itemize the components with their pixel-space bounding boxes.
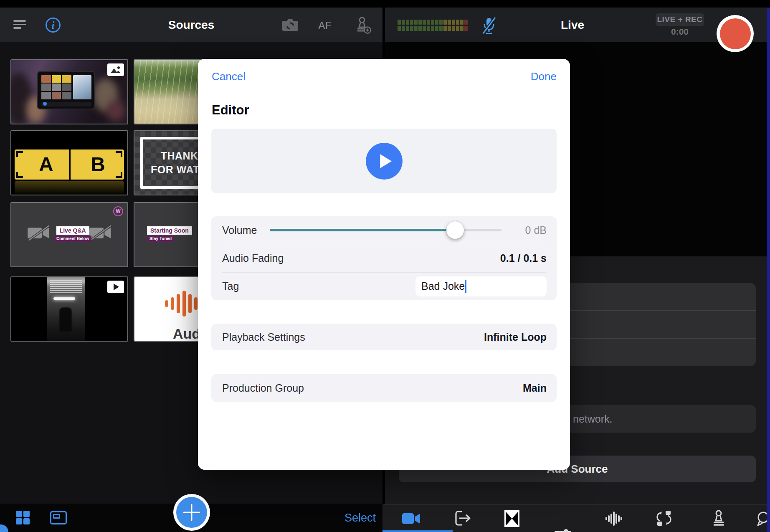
- playback-settings-label: Playback Settings: [222, 331, 305, 343]
- media-preview: [211, 129, 557, 193]
- audio-fading-label: Audio Fading: [222, 252, 284, 264]
- active-tab-indicator: [382, 530, 453, 532]
- grid-view-icon[interactable]: [16, 511, 30, 524]
- qa-title-chip: Live Q&A: [56, 226, 89, 235]
- production-group-value: Main: [523, 382, 547, 394]
- slider-knob[interactable]: [446, 221, 464, 239]
- volume-slider[interactable]: [270, 221, 502, 239]
- done-button[interactable]: Done: [531, 70, 557, 83]
- audio-settings-group: Volume 0 dB Audio Fading 0.1 / 0.1 s Tag…: [211, 216, 557, 300]
- live-title: Live: [561, 18, 584, 32]
- soon-title-chip: Starting Soon: [147, 226, 192, 235]
- select-button[interactable]: Select: [322, 512, 376, 524]
- volume-row: Volume 0 dB: [222, 216, 547, 244]
- audio-fading-row[interactable]: Audio Fading 0.1 / 0.1 s: [222, 244, 547, 272]
- network-text: network.: [573, 413, 612, 425]
- source-thumb-concert-video[interactable]: [10, 276, 128, 342]
- mic-muted-icon[interactable]: [481, 17, 497, 35]
- record-button[interactable]: [717, 15, 754, 52]
- camera-off-icon: [27, 225, 51, 241]
- editor-modal: Cancel Done Editor Volume 0 dB Audio Fad…: [198, 59, 570, 470]
- transition-icon[interactable]: [504, 510, 519, 527]
- play-icon: [380, 154, 392, 168]
- source-thumb-live-qa[interactable]: Live Q&A Comment Below W: [10, 202, 128, 267]
- autofocus-label[interactable]: AF: [318, 20, 332, 32]
- stamp-add-icon[interactable]: [353, 16, 372, 35]
- toolbar-divider: [382, 8, 385, 42]
- status-strip: [0, 0, 770, 8]
- stamp-icon[interactable]: [710, 509, 727, 528]
- source-thumb-tablet-video[interactable]: [10, 59, 128, 124]
- slider-fill: [270, 229, 455, 231]
- audio-mixer-icon[interactable]: [605, 511, 623, 526]
- play-button[interactable]: [366, 143, 403, 180]
- live-rec-badge: LIVE + REC: [656, 13, 704, 26]
- source-thumb-ab-graphic[interactable]: A B: [10, 130, 128, 195]
- multiview-layout-icon[interactable]: [50, 511, 67, 524]
- export-icon[interactable]: [453, 510, 472, 526]
- audio-fading-value: 0.1 / 0.1 s: [500, 252, 547, 264]
- audio-level-meter: [398, 20, 468, 31]
- tablet-screen: [37, 71, 95, 109]
- soon-subtitle-chip: Stay Tuned: [147, 236, 174, 242]
- camera-tab-icon[interactable]: [402, 512, 421, 525]
- brand-badge-icon: W: [113, 206, 123, 216]
- video-play-badge-icon: [107, 281, 124, 293]
- production-group-label: Production Group: [222, 382, 304, 394]
- volume-value: 0 dB: [512, 224, 547, 236]
- playback-settings-row[interactable]: Playback Settings Infinite Loop: [211, 324, 557, 350]
- tag-row: Tag Bad Joke: [222, 272, 547, 300]
- playback-settings-value: Infinite Loop: [484, 331, 547, 343]
- app-screen: i Sources AF Live LIVE + REC 0:00: [0, 0, 770, 532]
- volume-label: Volume: [222, 224, 269, 236]
- settings-sliders-icon[interactable]: [555, 529, 571, 532]
- ab-letter-b: B: [91, 153, 105, 176]
- qa-subtitle-chip: Comment Below: [54, 236, 91, 242]
- tag-input[interactable]: Bad Joke: [415, 276, 547, 296]
- ab-letter-a: A: [39, 153, 53, 176]
- swap-sources-icon[interactable]: [654, 510, 674, 526]
- photo-badge-icon: [107, 63, 124, 76]
- split-view-edge: [767, 8, 770, 532]
- tag-label: Tag: [222, 280, 239, 292]
- flip-camera-icon[interactable]: [281, 18, 299, 33]
- camera-off-icon: [89, 225, 112, 241]
- text-caret: [465, 280, 466, 293]
- modal-title: Editor: [212, 103, 249, 118]
- cancel-button[interactable]: Cancel: [212, 70, 246, 83]
- add-source-fab[interactable]: [173, 494, 210, 531]
- record-timer: 0:00: [656, 27, 704, 37]
- tag-input-text: Bad Joke: [421, 280, 465, 292]
- production-group-row[interactable]: Production Group Main: [211, 374, 557, 402]
